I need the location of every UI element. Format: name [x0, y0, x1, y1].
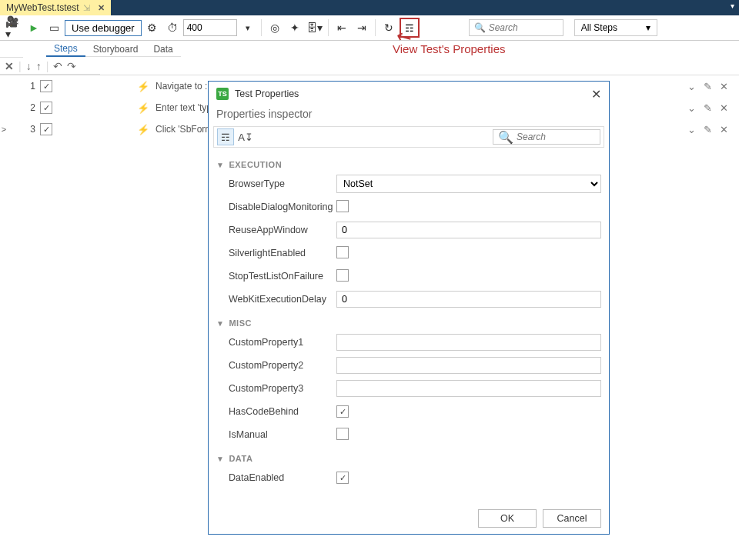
delete-icon[interactable]: ✕ [5, 60, 14, 72]
pin-icon[interactable]: ⇲ [83, 3, 90, 13]
prop-data-enabled: DataEnabled ✓ [216, 466, 601, 489]
dialog-titlebar: TS Test Properties ✕ [209, 82, 609, 106]
reuse-app-window-input[interactable] [336, 222, 601, 238]
custom-property-2-input[interactable] [336, 357, 601, 374]
close-tab-icon[interactable]: ✕ [98, 3, 105, 13]
step-number: 2 [17, 102, 40, 113]
browser-type-select[interactable]: NotSet [336, 175, 601, 193]
indent-left-icon[interactable]: ⇤ [333, 18, 351, 37]
prop-browser-type: BrowserType NotSet [216, 172, 601, 195]
prop-webkit-execution-delay: WebKitExecutionDelay [216, 288, 601, 311]
step-checkbox[interactable]: ✓ [40, 123, 52, 135]
separator [328, 19, 329, 36]
indent-right-icon[interactable]: ⇥ [353, 18, 371, 37]
gear-icon[interactable]: ⚙ [143, 18, 162, 37]
custom-property-3-input[interactable] [336, 380, 601, 397]
file-tab-name: MyWebTest.tstest [6, 2, 79, 13]
dialog-search-input[interactable] [517, 132, 595, 142]
category-execution[interactable]: ▼EXECUTION [216, 160, 601, 169]
category-data[interactable]: ▼DATA [216, 454, 601, 463]
edit-icon[interactable]: ✎ [704, 124, 712, 135]
prop-custom-property-1: CustomProperty1 [216, 331, 601, 354]
separator [375, 19, 376, 36]
storage-icon[interactable]: 🗄▾ [306, 18, 324, 37]
document-tab-strip: MyWebTest.tstest ⇲ ✕ ▾ [0, 0, 739, 15]
webkit-delay-input[interactable] [336, 291, 601, 308]
undo-icon[interactable]: ↶ [53, 60, 62, 72]
expand-icon[interactable]: > [0, 125, 8, 134]
checkbox[interactable] [336, 200, 349, 212]
delay-input[interactable] [183, 19, 237, 36]
move-up-icon[interactable]: ↑ [36, 60, 42, 72]
prop-label: CustomProperty2 [216, 360, 336, 371]
dialog-subtitle: Properties inspector [209, 106, 609, 126]
checkbox[interactable]: ✓ [336, 405, 349, 418]
step-number: 3 [17, 124, 40, 135]
panel-toggle[interactable] [0, 41, 23, 58]
toolbar-search[interactable]: 🔍 [469, 19, 563, 36]
delete-step-icon[interactable]: ✕ [720, 81, 728, 92]
prop-label: DataEnabled [216, 472, 336, 483]
step-actions: ⌄ ✎ ✕ [687, 124, 728, 135]
prop-label: BrowserType [216, 178, 336, 189]
dialog-search[interactable]: 🔍 [493, 129, 600, 145]
cancel-button[interactable]: Cancel [543, 509, 601, 528]
checkbox[interactable]: ✓ [336, 472, 349, 484]
prop-label: IsManual [216, 429, 336, 440]
checkbox[interactable] [336, 246, 349, 258]
category-misc[interactable]: ▼MISC [216, 318, 601, 328]
caret-down-icon: ▼ [216, 455, 224, 463]
category-label: MISC [229, 318, 252, 328]
checkbox[interactable] [336, 428, 349, 440]
prop-disable-dialog-monitoring: DisableDialogMonitoring [216, 195, 601, 218]
tab-overflow-icon[interactable]: ▾ [731, 2, 734, 10]
caret-down-icon: ▼ [216, 161, 224, 169]
test-properties-dialog: TS Test Properties ✕ Properties inspecto… [208, 81, 610, 535]
step-checkbox[interactable]: ✓ [40, 102, 52, 114]
chevron-down-icon[interactable]: ⌄ [687, 81, 696, 92]
sort-icon[interactable]: A↧ [237, 128, 254, 145]
speed-icon[interactable]: ⏱ [163, 18, 182, 37]
target-icon[interactable]: ◎ [266, 18, 284, 37]
record-icon[interactable]: 🎥▾ [5, 18, 23, 37]
step-actions: ⌄ ✎ ✕ [687, 102, 728, 114]
chevron-down-icon[interactable]: ⌄ [687, 102, 696, 114]
chevron-down-icon: ▾ [646, 22, 650, 33]
ok-button[interactable]: OK [478, 509, 537, 528]
prop-has-code-behind: HasCodeBehind ✓ [216, 400, 601, 423]
file-tab[interactable]: MyWebTest.tstest ⇲ ✕ [0, 0, 111, 15]
search-icon: 🔍 [474, 22, 486, 33]
chevron-down-icon[interactable]: ⌄ [687, 124, 696, 135]
prop-custom-property-2: CustomProperty2 [216, 354, 601, 377]
run-icon[interactable]: ► [25, 18, 43, 37]
dialog-close-icon[interactable]: ✕ [591, 87, 601, 102]
categorized-icon[interactable]: ☶ [217, 128, 234, 145]
step-checkbox[interactable]: ✓ [40, 80, 52, 92]
debugger-dropdown[interactable]: Use debugger [65, 20, 142, 36]
tab-data[interactable]: Data [145, 42, 180, 57]
prop-label: HasCodeBehind [216, 406, 336, 417]
custom-property-1-input[interactable] [336, 334, 601, 351]
expand-icon[interactable] [0, 103, 8, 112]
redo-icon[interactable]: ↷ [67, 60, 76, 72]
all-steps-dropdown[interactable]: All Steps ▾ [574, 19, 657, 36]
step-number: 1 [17, 81, 40, 92]
tab-storyboard[interactable]: Storyboard [85, 42, 146, 57]
tab-steps[interactable]: Steps [46, 42, 85, 57]
capture-icon[interactable]: ✦ [286, 18, 304, 37]
delete-step-icon[interactable]: ✕ [720, 124, 728, 135]
edit-icon[interactable]: ✎ [704, 81, 712, 92]
prop-label: CustomProperty3 [216, 383, 336, 394]
checkbox[interactable] [336, 269, 349, 282]
expand-icon[interactable] [0, 82, 8, 91]
category-label: EXECUTION [229, 160, 282, 169]
ms-dropdown-icon[interactable]: ▾ [239, 18, 257, 37]
search-input[interactable] [489, 22, 558, 33]
caret-down-icon: ▼ [216, 319, 224, 328]
dialog-buttons: OK Cancel [209, 503, 609, 534]
delete-step-icon[interactable]: ✕ [720, 102, 728, 114]
move-down-icon[interactable]: ↓ [26, 60, 32, 72]
step-text: Enter text 'typ [155, 102, 212, 113]
edit-icon[interactable]: ✎ [704, 102, 712, 114]
run-to-icon[interactable]: ▭ [45, 18, 63, 37]
